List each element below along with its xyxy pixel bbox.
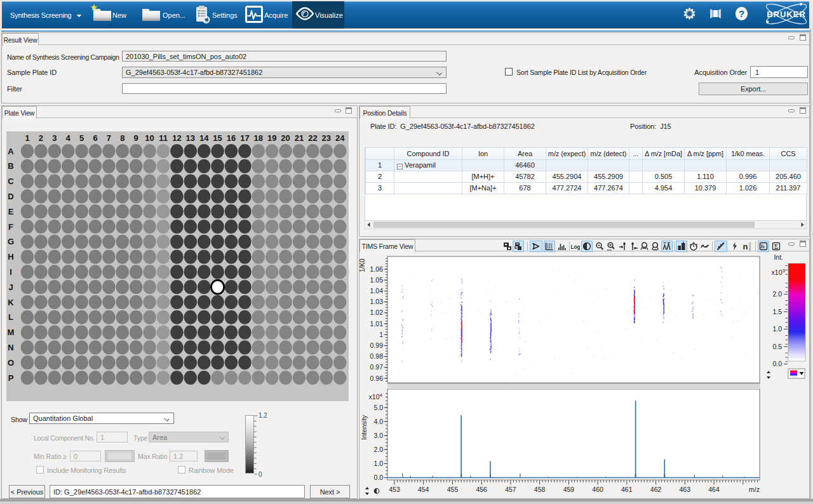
svg-text:N: N — [8, 343, 13, 352]
svg-text:1: 1 — [25, 133, 29, 143]
svg-text:14: 14 — [199, 133, 209, 143]
svg-text:0.99: 0.99 — [370, 342, 384, 349]
svg-text:m/z: m/z — [749, 486, 760, 493]
svg-text:458: 458 — [534, 486, 546, 493]
svg-text:BRUKER: BRUKER — [767, 10, 806, 19]
svg-text:12: 12 — [172, 133, 181, 143]
svg-text:2.0: 2.0 — [772, 290, 782, 298]
svg-text:L: L — [8, 312, 13, 322]
svg-text:1.5: 1.5 — [772, 308, 782, 315]
svg-text:454: 454 — [418, 486, 429, 493]
svg-text:16: 16 — [227, 133, 236, 143]
svg-text:n: n — [743, 242, 748, 251]
svg-text:0.97: 0.97 — [370, 363, 384, 371]
svg-text:1.06: 1.06 — [370, 265, 384, 273]
svg-text:457: 457 — [505, 486, 516, 493]
svg-text:x104: x104 — [369, 392, 383, 401]
svg-text:15: 15 — [213, 133, 222, 143]
svg-text:0.0: 0.0 — [373, 474, 383, 481]
svg-text:?: ? — [739, 8, 744, 19]
svg-text:459: 459 — [563, 486, 575, 493]
svg-text:0.96: 0.96 — [370, 375, 384, 382]
svg-text:J: J — [8, 282, 13, 292]
svg-text:18: 18 — [254, 133, 263, 143]
svg-text:24: 24 — [335, 133, 345, 143]
svg-text:O: O — [8, 358, 14, 368]
svg-text:456: 456 — [476, 486, 487, 493]
svg-text:4: 4 — [66, 133, 71, 143]
svg-text:21: 21 — [295, 133, 304, 143]
svg-text:1.2: 1.2 — [259, 412, 267, 419]
svg-text:0.98: 0.98 — [370, 352, 384, 360]
svg-text:P: P — [8, 373, 14, 383]
svg-text:Int.: Int. — [774, 253, 783, 261]
svg-text:1.04: 1.04 — [370, 287, 384, 295]
svg-text:3: 3 — [52, 133, 57, 143]
svg-text:9: 9 — [134, 133, 138, 143]
svg-text:4.0: 4.0 — [373, 418, 383, 425]
svg-text:1.03: 1.03 — [370, 298, 384, 305]
svg-text:17: 17 — [240, 133, 249, 143]
svg-text:F: F — [8, 222, 13, 232]
svg-text:Intensity: Intensity — [360, 414, 368, 440]
svg-text:20: 20 — [281, 133, 290, 143]
svg-text:464: 464 — [708, 486, 720, 493]
svg-text:K: K — [8, 298, 14, 307]
svg-text:1.01: 1.01 — [370, 320, 384, 328]
svg-text:Log: Log — [571, 244, 580, 250]
svg-text:453: 453 — [389, 486, 400, 493]
svg-text:10: 10 — [145, 133, 154, 143]
svg-text:0.5: 0.5 — [772, 343, 782, 350]
svg-text:A: A — [8, 147, 14, 156]
svg-text:8: 8 — [120, 133, 124, 143]
svg-text:G: G — [8, 237, 14, 246]
svg-text:B: B — [8, 161, 13, 171]
svg-text:D: D — [8, 192, 13, 201]
svg-text:Σ: Σ — [774, 243, 779, 250]
svg-text:C: C — [8, 176, 14, 186]
svg-text:1: 1 — [379, 331, 383, 338]
svg-text:461: 461 — [621, 486, 633, 493]
svg-text:5.0: 5.0 — [373, 404, 383, 411]
svg-text:19: 19 — [267, 133, 276, 143]
svg-text:6: 6 — [93, 133, 97, 143]
svg-text:2: 2 — [39, 133, 43, 143]
svg-text:23: 23 — [322, 133, 331, 143]
svg-text:I: I — [10, 267, 12, 277]
svg-text:x103: x103 — [772, 268, 786, 276]
svg-text:1.0: 1.0 — [772, 325, 782, 333]
svg-text:3.0: 3.0 — [373, 432, 383, 439]
svg-text:1.0: 1.0 — [373, 460, 383, 467]
svg-text:455: 455 — [447, 486, 459, 493]
svg-text:463: 463 — [680, 486, 691, 493]
svg-text:5: 5 — [79, 133, 84, 143]
svg-text:M: M — [8, 328, 15, 337]
svg-text:E: E — [8, 207, 14, 216]
svg-text:0: 0 — [259, 471, 262, 478]
svg-text:13: 13 — [186, 133, 195, 143]
svg-text:460: 460 — [592, 486, 603, 493]
svg-text:1.05: 1.05 — [370, 276, 384, 284]
svg-text:0.0: 0.0 — [772, 360, 782, 368]
svg-text:1.02: 1.02 — [370, 308, 384, 316]
svg-text:462: 462 — [650, 486, 662, 493]
svg-text:22: 22 — [308, 133, 317, 143]
svg-text:1/K0: 1/K0 — [359, 258, 366, 272]
svg-text:11: 11 — [159, 133, 168, 143]
svg-text:7: 7 — [107, 133, 111, 143]
svg-text:H: H — [8, 252, 13, 262]
svg-text:2.0: 2.0 — [373, 446, 383, 453]
